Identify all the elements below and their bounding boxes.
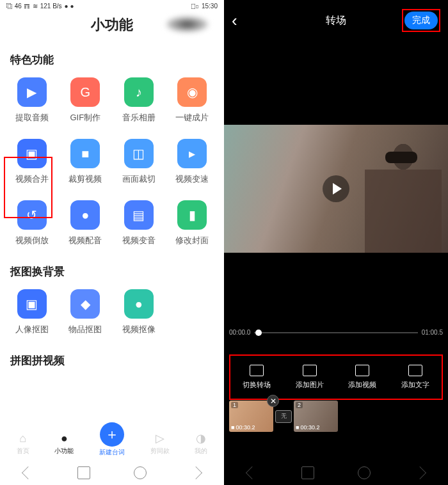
grid-item-label: 提取音频 <box>15 112 49 123</box>
sys-recents-icon[interactable] <box>358 466 371 479</box>
grid-item-label: 视频配音 <box>68 235 102 246</box>
right-editor-screen: ‹ 转场 完成 00:00.0 01:00.5 切换转场添加图片添加视频添加文字… <box>224 0 448 485</box>
signal-icon: ⿻ 46 ☶ <box>6 3 30 10</box>
video-cam-icon: ■ <box>231 424 234 431</box>
editor-toolbar: 切换转场添加图片添加视频添加文字 <box>229 354 443 400</box>
grid-item-修改封面[interactable]: ▮修改封面 <box>166 200 220 246</box>
play-button[interactable] <box>323 175 349 202</box>
video-content <box>365 125 442 253</box>
progress-handle[interactable] <box>255 330 262 336</box>
grid-item-label: 视频合并 <box>15 173 49 185</box>
plus-fab-icon[interactable]: ＋ <box>100 422 124 447</box>
grid-item-label: 修改封面 <box>175 235 209 246</box>
grid-item-label: 裁剪视频 <box>68 173 102 185</box>
nav-tools[interactable]: ● 小功能 <box>54 432 74 456</box>
progress-track[interactable] <box>254 332 417 333</box>
grid-item-视频变速[interactable]: ▸视频变速 <box>166 139 220 185</box>
nav-home[interactable]: ⌂ 首页 <box>17 432 29 456</box>
sys-back-icon[interactable] <box>22 466 35 479</box>
提取音频-icon: ▶ <box>17 77 47 107</box>
section-title-collage: 拼图拼视频 <box>10 353 224 368</box>
clip-duration: ■ 00:30.2 <box>231 424 255 431</box>
tool-add-image[interactable]: 添加图片 <box>296 365 324 390</box>
sys-recents-icon[interactable] <box>134 466 147 479</box>
time-current: 00:00.0 <box>229 329 250 336</box>
tool-label: 添加视频 <box>348 380 376 390</box>
grid-item-画面裁切[interactable]: ◫画面裁切 <box>112 139 166 185</box>
视频合并-icon: ▣ <box>17 139 47 168</box>
视频变速-icon: ▸ <box>177 139 207 168</box>
clip-timeline: ✕ 1 ■ 00:30.2 无 2 ■ 00:30.2 <box>229 401 443 432</box>
grid-item-一键成片[interactable]: ◉一键成片 <box>166 77 220 123</box>
grid-item-label: 画面裁切 <box>122 173 156 185</box>
grid-item-人像抠图[interactable]: ▣人像抠图 <box>5 289 59 335</box>
sys-back-icon[interactable] <box>246 466 259 479</box>
grid-item-物品抠图[interactable]: ◆物品抠图 <box>59 289 113 335</box>
status-bar: ⿻ 46 ☶ ≋ 121 B/s ● ● ⎕▯ 15:30 <box>0 0 224 12</box>
clip-duration: ■ 00:30.2 <box>296 424 319 431</box>
video-preview[interactable] <box>224 125 448 253</box>
物品抠图-icon: ◆ <box>70 289 100 319</box>
system-nav-right <box>224 461 448 485</box>
sys-back-icon-alt[interactable] <box>413 466 426 479</box>
grid-item-视频合并[interactable]: ▣视频合并 <box>5 139 59 185</box>
grid-item-label: 视频倒放 <box>15 235 49 246</box>
grid-item-视频抠像[interactable]: ●视频抠像 <box>112 289 166 335</box>
sys-home-icon[interactable] <box>301 466 314 479</box>
delete-clip-icon[interactable]: ✕ <box>267 395 279 407</box>
tool-label: 添加图片 <box>296 380 324 390</box>
tool-label: 添加文字 <box>401 380 429 390</box>
page-title: 小功能 <box>0 15 224 35</box>
section-title-cutout: 抠图换背景 <box>10 264 224 279</box>
sys-back-icon-alt[interactable] <box>189 466 202 479</box>
grid-item-label: 视频变音 <box>122 235 156 246</box>
音乐相册-icon: ♪ <box>124 77 154 107</box>
裁剪视频-icon: ■ <box>70 139 100 168</box>
profile-icon: ◑ <box>196 431 206 445</box>
transition-icon <box>250 365 264 376</box>
editor-title: 转场 <box>326 14 346 28</box>
grid-item-label: 音乐相册 <box>122 112 156 123</box>
time-total: 01:00.5 <box>422 329 443 336</box>
nav-profile[interactable]: ◑ 我的 <box>195 431 207 456</box>
nav-templates[interactable]: ▷ 剪同款 <box>150 431 170 456</box>
done-button[interactable]: 完成 <box>404 12 438 29</box>
clip-number: 1 <box>231 402 238 408</box>
grid-item-音乐相册[interactable]: ♪音乐相册 <box>112 77 166 123</box>
grid-item-label: 视频抠像 <box>122 324 156 335</box>
transition-connector[interactable]: 无 <box>275 410 292 423</box>
视频变音-icon: ▤ <box>124 200 154 230</box>
grid-item-视频变音[interactable]: ▤视频变音 <box>112 200 166 246</box>
grid-item-label: 人像抠图 <box>15 324 49 335</box>
grid-item-GIF制作[interactable]: GGIF制作 <box>59 77 113 123</box>
clip-1[interactable]: ✕ 1 ■ 00:30.2 <box>229 401 273 432</box>
grid-item-视频倒放[interactable]: ↺视频倒放 <box>5 200 59 246</box>
视频倒放-icon: ↺ <box>17 200 47 230</box>
nav-create[interactable]: ＋ 新建台词 <box>99 430 125 457</box>
video-content-detail <box>385 152 417 163</box>
画面裁切-icon: ◫ <box>124 139 154 168</box>
wifi-icon: ≋ <box>33 3 38 10</box>
progress-bar: 00:00.0 01:00.5 <box>229 329 443 336</box>
tool-transition[interactable]: 切换转场 <box>243 365 271 390</box>
tool-add-text[interactable]: 添加文字 <box>401 365 429 390</box>
tool-add-video[interactable]: 添加视频 <box>348 365 376 390</box>
add-text-icon <box>408 365 422 376</box>
back-chevron-icon[interactable]: ‹ <box>232 11 237 31</box>
grid-item-提取音频[interactable]: ▶提取音频 <box>5 77 59 123</box>
grid-item-label: GIF制作 <box>70 112 100 123</box>
人像抠图-icon: ▣ <box>17 289 47 319</box>
highlight-done: 完成 <box>402 9 440 32</box>
play-icon <box>333 183 342 195</box>
grid-item-视频配音[interactable]: ●视频配音 <box>59 200 113 246</box>
tools-icon: ● <box>61 432 68 445</box>
grid-item-裁剪视频[interactable]: ■裁剪视频 <box>59 139 113 185</box>
sys-home-icon[interactable] <box>77 466 90 479</box>
视频配音-icon: ● <box>70 200 100 230</box>
一键成片-icon: ◉ <box>177 77 207 107</box>
clock-time: 15:30 <box>202 3 218 10</box>
clip-2[interactable]: 2 ■ 00:30.2 <box>294 401 338 432</box>
section-title-featured: 特色功能 <box>10 52 224 67</box>
add-video-icon <box>355 365 369 376</box>
GIF制作-icon: G <box>70 77 100 107</box>
